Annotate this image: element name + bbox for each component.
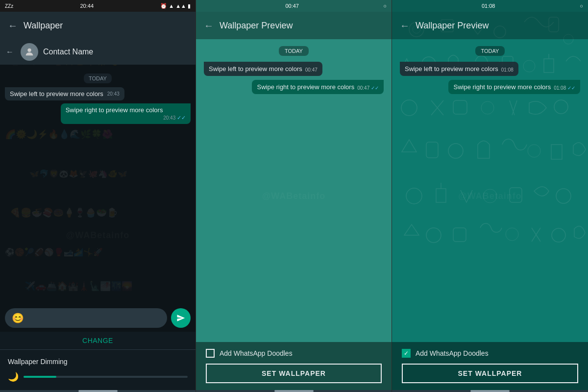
- set-wallpaper-button-3[interactable]: SET WALLPAPER: [402, 364, 578, 383]
- preview-messages-2: TODAY Swipe left to preview more colors …: [196, 39, 392, 342]
- status-icons-1: ⏰ ▲ ▲▲ ▮: [160, 3, 191, 9]
- status-icons-2: ○: [383, 3, 387, 9]
- notification-icon: ZZz: [5, 3, 13, 9]
- message-received-1: Swipe left to preview more colors 20:43: [5, 87, 124, 100]
- chat-preview-area: 📱💬🎵🎮🏆⭐🎃🎄🌟💫 🎭🎪🎨🎬🎤🎧🎼🎹🥁🎸 🌈🌞🌙⚡🔥💧🌊🌿🍀🌺 🦋🐬🦁🐼🦊🦅🐙…: [0, 39, 196, 332]
- messages-area-1: TODAY Swipe left to preview more colors …: [0, 65, 196, 304]
- doodles-check-3[interactable]: Add WhatsApp Doodles: [402, 349, 578, 358]
- preview-date-2: TODAY: [279, 46, 309, 56]
- back-button-1[interactable]: ←: [8, 20, 18, 31]
- wifi-icon: ▲: [169, 3, 174, 9]
- message-list-1: Swipe left to preview more colors 20:43 …: [5, 87, 191, 127]
- alarm-icon: ⏰: [160, 3, 167, 9]
- scroll-indicator-1: [0, 390, 196, 392]
- wallpaper-preview-panel-3: 01:08 ○ ← Wallpaper Preview TODAY Swipe …: [392, 0, 588, 392]
- msg-time-2: 20:43 ✓✓: [163, 115, 186, 121]
- scroll-indicator-2: [196, 390, 392, 392]
- status-bar-3: 01:08 ○: [392, 0, 588, 12]
- doodles-checkbox-3[interactable]: [402, 349, 411, 358]
- battery-icon: ▮: [188, 3, 191, 9]
- preview-header-3: ← Wallpaper Preview: [392, 12, 588, 39]
- input-bar-1: 😊: [0, 304, 196, 332]
- preview-msg-sent-2: Swipe right to preview more colors 00:47…: [252, 80, 384, 94]
- back-button-2[interactable]: ←: [204, 20, 214, 31]
- dimming-label: Wallpaper Dimming: [8, 358, 188, 366]
- preview-content-3: TODAY Swipe left to preview more colors …: [392, 39, 588, 392]
- preview-date-3: TODAY: [475, 46, 505, 56]
- svg-point-8: [27, 49, 31, 52]
- preview-header-2: ← Wallpaper Preview: [196, 12, 392, 39]
- doodles-check-2[interactable]: Add WhatsApp Doodles: [206, 349, 382, 358]
- scroll-bar-2: [274, 390, 314, 392]
- header-title-1: Wallpaper: [24, 21, 63, 31]
- wallpaper-panel: ZZz 20:44 ⏰ ▲ ▲▲ ▮ ← Wallpaper 📱💬🎵🎮: [0, 0, 196, 392]
- status-time-1: 20:44: [13, 3, 160, 9]
- msg-time-1: 20:43: [107, 91, 120, 97]
- signal-icon: ▲▲: [175, 3, 186, 9]
- status-bar-2: 00:47 ○: [196, 0, 392, 12]
- date-badge-1: TODAY: [5, 74, 191, 83]
- doodles-checkbox-2[interactable]: [206, 349, 215, 358]
- doodles-label-2: Add WhatsApp Doodles: [220, 349, 293, 357]
- scroll-indicator-3: [392, 390, 588, 392]
- slider-fill: [24, 376, 56, 378]
- header-title-2: Wallpaper Preview: [220, 21, 293, 31]
- emoji-icon[interactable]: 😊: [12, 312, 24, 324]
- contact-name: Contact Name: [43, 48, 93, 56]
- preview-msg-received-2: Swipe left to preview more colors 00:47: [204, 62, 322, 76]
- contact-back-arrow[interactable]: ←: [6, 48, 14, 56]
- wallpaper-header: ← Wallpaper: [0, 12, 196, 39]
- status-time-2: 00:47: [201, 3, 383, 9]
- avatar: [21, 43, 38, 61]
- status-time-3: 01:08: [397, 3, 580, 9]
- doodles-label-3: Add WhatsApp Doodles: [416, 349, 489, 357]
- status-left: ZZz: [5, 3, 13, 9]
- back-button-3[interactable]: ←: [400, 20, 410, 31]
- set-wallpaper-button-2[interactable]: SET WALLPAPER: [206, 364, 382, 383]
- circle-icon-3: ○: [580, 3, 583, 9]
- status-icons-3: ○: [580, 3, 583, 9]
- preview-bottom-2: Add WhatsApp Doodles SET WALLPAPER: [196, 342, 392, 390]
- moon-icon: 🌙: [8, 371, 19, 382]
- dimming-section: Wallpaper Dimming 🌙: [0, 350, 196, 390]
- scroll-bar-1: [78, 390, 118, 392]
- contact-header: ← Contact Name: [0, 39, 196, 65]
- message-input-1[interactable]: 😊: [5, 308, 167, 328]
- dimming-slider[interactable]: [24, 376, 188, 378]
- wallpaper-preview-panel-2: 00:47 ○ ← Wallpaper Preview TODAY Swipe …: [196, 0, 392, 392]
- preview-messages-3: TODAY Swipe left to preview more colors …: [392, 39, 588, 342]
- preview-content-2: TODAY Swipe left to preview more colors …: [196, 39, 392, 392]
- send-button-1[interactable]: [171, 308, 191, 328]
- dimming-slider-wrapper: 🌙: [8, 371, 188, 382]
- scroll-bar-3: [470, 390, 510, 392]
- circle-icon-2: ○: [383, 3, 387, 9]
- message-sent-1: Swipe right to preview more colors 20:43…: [61, 103, 191, 124]
- status-bar-1: ZZz 20:44 ⏰ ▲ ▲▲ ▮: [0, 0, 196, 12]
- header-title-3: Wallpaper Preview: [416, 21, 489, 31]
- preview-msg-received-3: Swipe left to preview more colors 01:08: [400, 62, 518, 76]
- preview-bottom-3: Add WhatsApp Doodles SET WALLPAPER: [392, 342, 588, 390]
- preview-msg-sent-3: Swipe right to preview more colors 01:08…: [448, 80, 580, 94]
- change-button[interactable]: CHANGE: [0, 332, 196, 349]
